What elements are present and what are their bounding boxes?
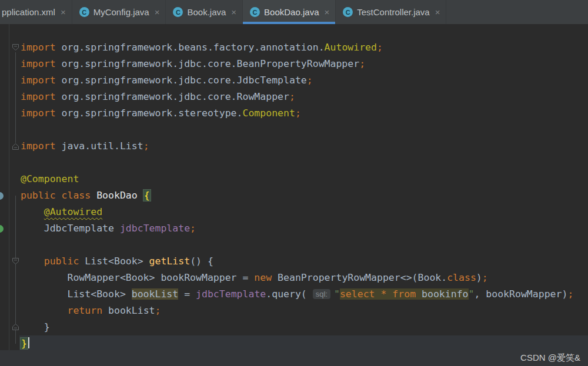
code-token: ; [289,91,295,102]
code-token: org.springframework.stereotype. [56,108,243,119]
code-token: = [178,288,196,300]
code-token: import [21,58,56,69]
ide-window: pplication.xml × C MyConfig.java × C Boo… [0,0,588,366]
code-line-18[interactable]: } [21,321,50,334]
code-token: RowMapper<Book> bookRowMapper = [21,272,254,283]
code-line-14[interactable]: public List<Book> getList() { [21,255,213,268]
text-caret [28,337,29,348]
code-line-1[interactable]: import org.springframework.beans.factory… [21,41,383,54]
class-icon-letter: C [346,9,350,16]
code-token: * [380,288,386,300]
code-line-16[interactable]: List<Book> bookList = jdbcTemplate.query… [21,288,573,301]
tab-label: MyConfig.java [93,7,149,17]
code-token: bookList [102,305,155,316]
close-tab-icon[interactable]: × [325,7,330,17]
close-tab-icon[interactable]: × [155,7,160,17]
code-token: java.util.List [56,140,143,152]
tab-application-xml[interactable]: pplication.xml × [0,0,72,24]
code-token: import [21,140,56,152]
code-token: import [21,42,56,53]
fold-end-marker-method[interactable] [12,323,19,331]
gutter-separator [9,24,9,350]
fold-guide-imports [15,52,16,143]
tab-label: Book.java [187,7,226,17]
code-token: org.springframework.beans.factory.annota… [56,42,325,53]
code-token: ; [359,58,365,69]
code-line-10[interactable]: public class BookDao { [21,189,151,202]
class-icon-letter: C [253,9,258,16]
fold-end-marker-imports[interactable] [12,143,19,150]
code-line-19[interactable]: } [21,337,29,350]
code-token: JdbcTemplate [21,223,120,234]
tab-label: pplication.xml [2,7,55,17]
code-token [138,190,143,201]
code-line-3[interactable]: import org.springframework.jdbc.core.Jdb… [21,74,313,87]
code-token: , bookRowMapper) [474,288,567,300]
code-token: public [44,256,79,267]
code-line-9[interactable]: @Component [21,173,79,186]
code-line-5[interactable]: import org.springframework.stereotype.Co… [21,107,301,120]
code-token [416,288,422,300]
code-line-15[interactable]: RowMapper<Book> bookRowMapper = new Bean… [21,271,488,284]
code-token: Component [243,108,295,119]
code-token: { [143,190,151,201]
tab-myconfig-java[interactable]: C MyConfig.java × [72,0,166,24]
code-line-2[interactable]: import org.springframework.jdbc.core.Bea… [21,58,365,70]
code-line-4[interactable]: import org.springframework.jdbc.core.Row… [21,90,295,103]
spring-bean-gutter-icon[interactable] [0,192,4,200]
close-tab-icon[interactable]: × [61,7,66,17]
java-class-icon: C [250,7,260,17]
code-line-12[interactable]: JdbcTemplate jdbcTemplate; [21,222,196,235]
fold-start-marker-method[interactable] [12,257,19,265]
java-class-icon: C [343,7,353,17]
tab-bookdao-java[interactable]: C BookDao.java × [243,0,336,24]
code-line-7[interactable]: import java.util.List; [21,140,149,153]
code-token [386,288,392,300]
code-token: BookDao [96,190,138,201]
code-editor[interactable]: import org.springframework.beans.factory… [0,24,588,350]
fold-guide-class [15,196,16,344]
code-token [91,190,96,201]
code-token: " [469,288,475,300]
code-token: import [21,91,56,102]
fold-start-marker-imports[interactable] [12,43,19,51]
tab-book-java[interactable]: C Book.java × [166,0,243,24]
code-line-17[interactable]: return bookList; [21,304,161,317]
code-token [21,305,67,316]
code-token: " [334,288,340,300]
code-token: @Autowired [44,206,102,217]
code-token: getList [149,256,191,267]
code-token: ; [567,288,573,300]
code-token: List<Book> [21,288,132,300]
code-token: from [392,288,416,300]
code-token: ; [295,108,301,119]
code-token: ; [155,305,161,316]
close-tab-icon[interactable]: × [231,7,236,17]
code-token: import [21,108,56,119]
code-token: import [21,75,56,86]
code-token: bookinfo [422,288,468,300]
code-token: ; [143,140,149,152]
code-token: @Component [21,173,79,184]
code-token: () { [190,256,213,267]
code-token: new [254,272,272,283]
tab-testcontroller-java[interactable]: C TestController.java × [336,0,446,24]
code-token: ) [476,272,482,283]
code-token: .query( [266,288,312,300]
code-token: public class [21,190,91,201]
watermark-bar: CSDN @爱笑& [0,350,588,366]
code-token: jdbcTemplate [120,223,190,234]
close-tab-icon[interactable]: × [435,7,440,17]
spring-autowired-gutter-icon[interactable] [0,225,4,233]
code-line-11[interactable]: @Autowired [21,206,102,219]
tab-label: TestController.java [357,7,429,17]
code-token [375,288,381,300]
caret-line-highlight [19,335,588,350]
code-token [21,256,44,267]
code-token: org.springframework.jdbc.core.BeanProper… [56,58,360,69]
code-token: ; [190,223,196,234]
code-token: class [447,272,476,283]
code-token: org.springframework.jdbc.core.JdbcTempla… [56,75,307,86]
code-token: BeanPropertyRowMapper<>(Book. [272,272,447,283]
code-token: org.springframework.jdbc.core.RowMapper [56,91,289,102]
